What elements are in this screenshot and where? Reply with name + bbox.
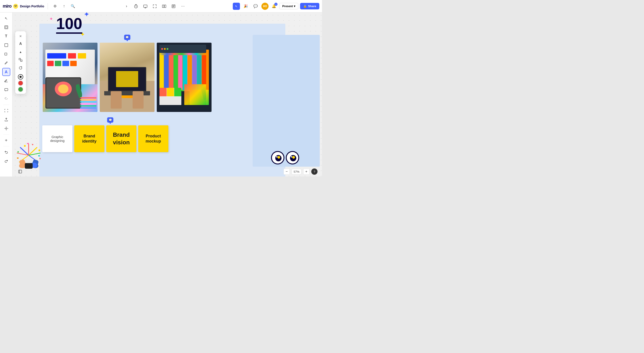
sticky-product-mockup[interactable]: Product mockup [138,125,168,152]
svg-rect-11 [19,58,20,60]
pen-tool[interactable] [2,59,10,67]
svg-point-40 [278,156,280,159]
notification-badge: 1 [274,3,278,6]
sticky-tool[interactable] [2,41,10,49]
svg-rect-1 [144,5,147,7]
eraser-tool[interactable] [2,77,10,85]
reactions-button[interactable]: 🎉 [242,2,250,10]
zoom-level-display[interactable]: 57% [292,169,302,174]
cards-button[interactable] [160,2,168,10]
bottom-bar: − 57% + ? [12,167,322,176]
present-button[interactable]: Present ▾ [279,3,298,9]
party-illustration [14,140,44,170]
svg-rect-28 [38,155,40,156]
svg-rect-9 [5,88,8,91]
help-button[interactable]: ? [311,168,318,175]
float-palette: ✕ A ▲ [15,31,26,94]
right-accent-card [253,35,320,167]
svg-point-23 [38,149,40,151]
svg-rect-6 [5,26,7,28]
palette-rotate-tool[interactable] [17,64,24,71]
image-3[interactable] [157,43,212,112]
frame-insert-tool[interactable] [2,107,10,115]
cursor-mode-button[interactable]: ↖ [233,3,240,10]
undo-button[interactable] [2,148,10,156]
number-text: 100 [56,16,82,34]
image-1[interactable] [43,43,98,112]
svg-rect-7 [5,43,8,47]
svg-point-20 [24,145,26,147]
sticky-brand-vision[interactable]: Brand vision [106,125,136,152]
add-tool[interactable]: + [2,136,10,144]
number-sticker: ✦ ✦ 100 ✦ [56,16,82,34]
topbar: miro 🛡 Design Portfolio ⚙ ↑ 🔍 › ⋯ ↖ 🎉 💬 … [0,0,322,12]
center-toolbar: › ⋯ [122,2,187,10]
notes-button[interactable] [170,2,178,10]
chat-button[interactable]: 💬 [252,2,260,10]
shapes-tool[interactable] [2,50,10,58]
color-red[interactable] [18,80,23,86]
canvas[interactable]: ✦ ✦ 100 ✦ [12,12,322,176]
svg-rect-29 [17,157,18,159]
timer-button[interactable] [132,2,140,10]
mindmap-tool[interactable] [2,124,10,132]
color-green[interactable] [18,87,23,92]
text-tool[interactable]: T [2,32,10,40]
image-2[interactable] [100,43,154,112]
canvas-content: ✦ ✦ 100 ✦ [12,12,322,176]
frames-tool[interactable] [2,23,10,31]
svg-rect-27 [27,143,29,144]
palette-transform-tool[interactable] [17,56,24,63]
sparkle-top-right: ✦ [84,12,89,18]
comment-bubble-1[interactable]: 💬 [124,35,130,40]
logo-text: miro [3,3,12,9]
svg-rect-3 [164,5,166,7]
more-tools-button[interactable]: ⋯ [179,2,187,10]
fullscreen-button[interactable] [151,2,159,10]
share-button[interactable]: 🔒 Share [300,3,319,9]
upload-button[interactable]: ↑ [60,3,68,10]
zoom-out-button[interactable]: − [284,168,290,175]
color-outline[interactable] [18,74,23,79]
lasso-tool[interactable] [2,95,10,103]
upload-tool[interactable] [2,115,10,124]
sparkle-left: ✦ [50,17,53,21]
lock-icon: 🔒 [303,4,307,8]
svg-point-22 [18,151,19,153]
settings-button[interactable]: ⚙ [52,3,58,10]
redo-button[interactable] [2,157,10,165]
palette-font-tool[interactable]: A [17,40,24,47]
palette-triangle-tool[interactable]: ▲ [17,48,24,55]
svg-point-45 [292,156,295,159]
miro-logo: miro [3,3,12,9]
font-tool[interactable]: A [2,68,10,76]
svg-rect-47 [18,170,22,173]
palette-close-button[interactable]: ✕ [18,33,24,39]
zoom-in-button[interactable]: + [303,168,310,175]
search-button[interactable]: 🔍 [69,3,76,10]
svg-rect-2 [162,5,164,7]
sticky-graphic-designing[interactable]: Graphic designing [42,125,72,152]
sticky-notes-row: 💬 Graphic designing Brand identity Brand… [42,125,168,152]
user-avatar[interactable]: HO [262,3,268,10]
images-row: 💬 [43,43,212,112]
notifications-button[interactable]: 🔔 1 [270,3,278,10]
forward-button[interactable]: › [122,2,130,10]
board-title: Design Portfolio [20,4,44,8]
svg-point-41 [276,156,278,157]
svg-point-10 [6,128,7,129]
svg-point-21 [32,144,33,145]
comment-tool[interactable] [2,86,10,94]
security-badge: 🛡 [13,4,18,9]
svg-rect-5 [5,26,8,29]
eyes-illustration [270,149,300,168]
left-toolbar: ↖ T A + [0,12,12,176]
comment-bubble-2[interactable]: 💬 [107,117,113,123]
select-tool[interactable]: ↖ [2,14,10,22]
topbar-right: ↖ 🎉 💬 HO 🔔 1 Present ▾ 🔒 Share [233,2,319,10]
present-chevron-icon: ▾ [294,4,296,8]
screen-share-button[interactable] [141,2,149,10]
panel-toggle-button[interactable] [17,168,23,175]
sparkle-bottom: ✦ [80,32,84,37]
sticky-brand-identity[interactable]: Brand identity [74,125,104,152]
